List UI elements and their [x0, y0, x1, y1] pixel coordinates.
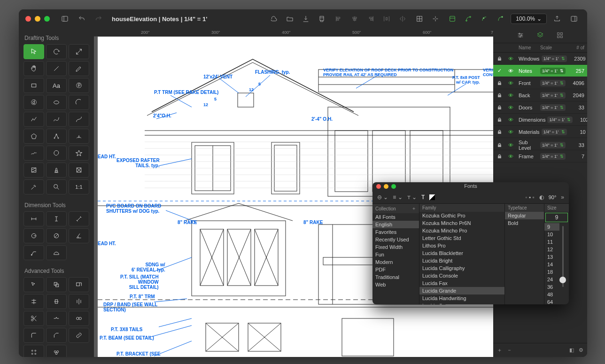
families-item[interactable]: Lithos Pro: [419, 242, 504, 249]
dim-linear-tool[interactable]: [23, 211, 44, 226]
freehand-tool[interactable]: [23, 146, 44, 161]
families-item[interactable]: Lucida Fax: [419, 279, 504, 287]
sizes-item[interactable]: 24: [544, 276, 559, 283]
scale-select[interactable]: 1/4" = 1'⇅: [547, 116, 573, 123]
add-collection-icon[interactable]: ＋: [411, 205, 416, 212]
minimize-window[interactable]: [35, 16, 40, 22]
layer-row[interactable]: 🔒︎👁︎Frame1/4" = 1'⇅7: [493, 150, 587, 163]
lock-icon[interactable]: 🔒︎: [496, 93, 503, 98]
adv-array-tool[interactable]: [23, 345, 44, 357]
adv-mirror-tool[interactable]: [69, 294, 89, 309]
select-tool[interactable]: [23, 44, 44, 59]
annot-rafter[interactable]: EXPOSED RAFTER TAILS. typ.: [116, 158, 160, 168]
adv-cut-tool[interactable]: [23, 311, 44, 326]
families-item[interactable]: Lucida Bright: [419, 257, 504, 264]
layer-filter-icon[interactable]: ◧: [569, 347, 574, 353]
fonts-min[interactable]: [384, 184, 388, 189]
zoom-tool[interactable]: [46, 179, 67, 194]
adv-chamfer-tool[interactable]: [46, 328, 67, 343]
scale-tool[interactable]: [69, 44, 89, 59]
annot-beam[interactable]: P.T. BEAM (SEE DETAIL): [100, 335, 154, 341]
adv-copy-tool[interactable]: [46, 277, 67, 292]
sizes-item[interactable]: 10: [544, 231, 559, 238]
families-item[interactable]: Lucida Sans: [419, 302, 504, 304]
text-case-picker[interactable]: ᴛ ⌄: [407, 194, 417, 201]
visibility-icon[interactable]: 👁︎: [507, 117, 514, 123]
adv-move-tool[interactable]: [23, 277, 44, 292]
check-icon[interactable]: ✓: [496, 68, 503, 74]
annot-verify-const[interactable]: VERIFY CONST: [483, 68, 493, 77]
sizes-item[interactable]: 9: [544, 223, 559, 231]
annot-drp[interactable]: DRP / BAND (SEE WALL SECTION): [103, 302, 157, 312]
scale-select[interactable]: 1/4" = 1'⇅: [542, 129, 567, 135]
annot-pvc[interactable]: PVC BOARD ON BOARD SHUTTERS w/ DOG typ.: [106, 203, 161, 214]
annot-dim5a[interactable]: 5: [214, 97, 217, 101]
lock-icon[interactable]: 🔒︎: [496, 142, 503, 148]
annot-post[interactable]: P.T. 8x8 POST w/ CAP. typ.: [452, 75, 480, 85]
visibility-icon[interactable]: 👁︎: [507, 68, 514, 74]
spacing-slider[interactable]: ◦ ▪ ▫: [525, 194, 534, 201]
annot-dim12a[interactable]: 12: [203, 102, 208, 107]
collections-item[interactable]: English: [372, 221, 419, 228]
dim-protractor-tool[interactable]: [46, 245, 67, 260]
text-color-icon[interactable]: T: [421, 194, 425, 201]
adv-join-tool[interactable]: [69, 311, 89, 326]
dim-radius-tool[interactable]: [23, 228, 44, 243]
annot-rake-a[interactable]: 8" RAKE: [178, 220, 197, 225]
arc3-tool[interactable]: [46, 129, 67, 144]
annot-dim12b[interactable]: 12: [249, 87, 254, 92]
cross-tool[interactable]: [69, 163, 89, 178]
visibility-icon[interactable]: 👁︎: [507, 80, 514, 86]
typefaces-list[interactable]: Typeface RegularBold: [505, 204, 544, 304]
annot-verify[interactable]: VERIFY ELEVATION OF ROOF DECK PRIOR TO C…: [323, 68, 453, 77]
guides-icon[interactable]: [446, 12, 459, 25]
arc-center-tool[interactable]: [69, 129, 89, 144]
annot-vent[interactable]: 12'x24' VENT: [203, 74, 233, 79]
size-input[interactable]: 9: [545, 213, 568, 222]
scale-select[interactable]: 1/4" = 1'⇅: [540, 68, 566, 74]
layer-row[interactable]: 🔒︎👁︎Windows1/4" = 1'⇅2309: [493, 53, 587, 65]
align-left-icon[interactable]: [332, 12, 345, 25]
blob-tool[interactable]: [46, 146, 67, 161]
circle-d-tool[interactable]: ⓓ: [23, 95, 44, 110]
annot-dim5b[interactable]: 5: [258, 82, 261, 86]
zoom-11-tool[interactable]: 1:1: [69, 179, 89, 194]
sizes-item[interactable]: 18: [544, 268, 559, 276]
visibility-icon[interactable]: 👁︎: [507, 105, 514, 110]
adv-extend-tool[interactable]: [46, 294, 67, 309]
add-layer-icon[interactable]: ＋: [497, 347, 502, 354]
spline-tool[interactable]: [46, 112, 67, 127]
families-item[interactable]: Lucida Handwriting: [419, 294, 504, 302]
size-slider[interactable]: [559, 223, 566, 304]
lock-icon[interactable]: 🔒︎: [496, 154, 503, 159]
font-style-picker[interactable]: ⊖ ⌄: [377, 194, 388, 201]
close-window[interactable]: [25, 16, 31, 22]
collections-item[interactable]: Fun: [372, 251, 419, 258]
annot-oh24[interactable]: 2'4"O.H.: [153, 113, 171, 118]
line-tool[interactable]: [46, 61, 67, 76]
scale-select[interactable]: 1/4" = 1'⇅: [540, 153, 566, 160]
collections-item[interactable]: Recently Used: [372, 236, 419, 243]
collections-item[interactable]: All Fonts: [372, 213, 419, 221]
lock-icon[interactable]: 🔒︎: [496, 129, 503, 135]
families-item[interactable]: Lucida Grande: [419, 287, 504, 294]
tab-grid-icon[interactable]: [556, 31, 564, 40]
adv-group-tool[interactable]: [46, 345, 67, 357]
lock-icon[interactable]: 🔒︎: [496, 80, 503, 86]
visibility-icon[interactable]: 👁︎: [507, 56, 514, 62]
visibility-icon[interactable]: 👁︎: [507, 93, 514, 98]
annot-head-ht-2[interactable]: EAD HT.: [98, 241, 116, 246]
scale-select[interactable]: 1/4" = 1'⇅: [540, 92, 566, 99]
families-item[interactable]: Kozuka Mincho Pro: [419, 227, 504, 234]
snap-intersection-icon[interactable]: [494, 12, 507, 25]
snap-icon[interactable]: [429, 12, 442, 25]
inspector-toggle-icon[interactable]: [567, 12, 581, 25]
arc-tool[interactable]: [69, 95, 89, 110]
families-list[interactable]: Family Kozuka Gothic ProKozuka Mincho Pr…: [419, 204, 505, 304]
pen-tool[interactable]: [69, 61, 89, 76]
text-bg-icon[interactable]: [429, 194, 435, 200]
annot-head-ht-1[interactable]: EAD HT.: [98, 154, 116, 159]
families-item[interactable]: Letter Gothic Std: [419, 234, 504, 242]
annot-flashing[interactable]: FLASHING. typ.: [255, 70, 290, 75]
layer-settings-icon[interactable]: ⚙︎: [579, 347, 583, 353]
